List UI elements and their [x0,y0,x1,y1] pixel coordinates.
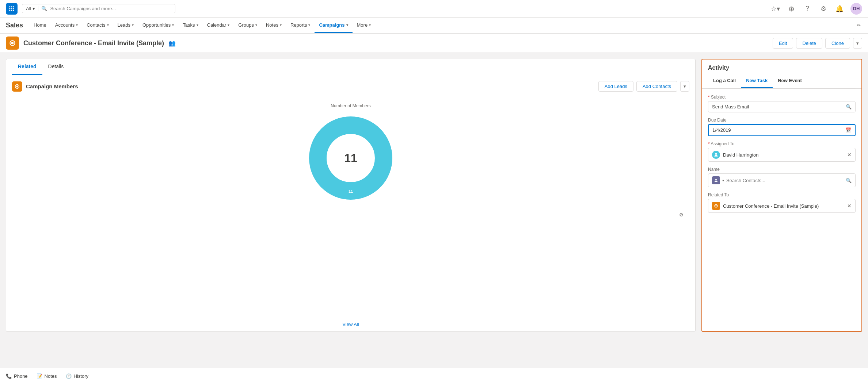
due-date-input[interactable] [712,127,845,133]
nav-label-tasks: Tasks [183,22,195,28]
utility-bar-left: All ▾ 🔍 [6,3,175,15]
campaign-members-icon [12,81,22,92]
add-contacts-button[interactable]: Add Contacts [636,81,677,92]
nav-label-groups: Groups [238,22,254,28]
chevron-calendar: ▾ [228,23,229,27]
tab-related[interactable]: Related [12,59,42,75]
svg-rect-0 [9,6,10,7]
activity-title: Activity [708,65,856,71]
nav-label-contacts: Contacts [87,22,105,28]
tab-log-call[interactable]: Log a Call [708,74,741,88]
nav-item-tasks[interactable]: Tasks▾ [178,18,202,33]
settings-icon[interactable]: ⚙ [818,4,829,14]
svg-rect-8 [13,10,14,11]
chart-area: Number of Members 11 11 [12,96,689,209]
activity-tabs: Log a Call New Task New Event [708,74,856,88]
main-content: Related Details Campaign Members Add Lea… [0,53,868,338]
nav-edit-icon[interactable]: ✏ [852,23,865,28]
assigned-to-label: * Assigned To [708,141,856,146]
page-title: Customer Conference - Email Invite (Samp… [23,39,164,47]
edit-button[interactable]: Edit [773,38,793,49]
chevron-groups: ▾ [255,23,257,27]
nav-item-leads[interactable]: Leads▾ [113,18,138,33]
clone-button[interactable]: Clone [825,38,850,49]
donut-center-value: 11 [344,151,357,165]
add-icon[interactable]: ⊕ [786,4,796,14]
nav-label-home: Home [34,22,46,28]
share-icon[interactable]: 👥 [168,40,176,47]
favorites-icon[interactable]: ☆▾ [770,4,780,14]
assigned-to-group: * Assigned To David Harrington ✕ [708,141,856,162]
svg-rect-3 [9,8,10,9]
view-all-link[interactable]: View All [6,317,695,331]
utility-bar-right: ☆▾ ⊕ ? ⚙ 🔔 DH [770,3,862,15]
svg-rect-1 [11,6,12,7]
nav-item-groups[interactable]: Groups▾ [234,18,262,33]
svg-point-16 [715,179,717,180]
related-to-group: Related To Customer Conference - Email I… [708,192,856,213]
svg-rect-6 [9,10,10,11]
gear-icon[interactable]: ⚙ [679,212,684,218]
name-search-field: ▾ 🔍 [708,173,856,187]
app-launcher[interactable] [6,3,18,15]
name-search-icon[interactable]: 🔍 [846,178,852,183]
svg-rect-5 [13,8,14,9]
nav-item-more[interactable]: More▾ [353,18,376,33]
search-icon: 🔍 [41,6,47,11]
campaign-members-header: Campaign Members Add Leads Add Contacts … [12,81,689,92]
related-to-entity-icon [712,202,720,210]
svg-point-12 [16,85,18,87]
add-leads-button[interactable]: Add Leads [598,81,633,92]
campaign-members-dropdown[interactable]: ▾ [680,81,689,92]
nav-label-accounts: Accounts [55,22,75,28]
search-dropdown[interactable]: All ▾ [26,6,38,11]
nav-item-contacts[interactable]: Contacts▾ [82,18,113,33]
name-label: Name [708,167,856,172]
subject-search-icon[interactable]: 🔍 [846,104,852,110]
search-dropdown-label: All [26,6,31,11]
calendar-icon[interactable]: 📅 [845,127,851,133]
bell-icon[interactable]: 🔔 [834,4,845,14]
tab-new-task[interactable]: New Task [741,74,773,88]
nav-item-calendar[interactable]: Calendar▾ [203,18,234,33]
assigned-to-avatar [712,151,720,159]
nav-item-opportunities[interactable]: Opportunities▾ [138,18,178,33]
name-search-input[interactable] [726,178,844,183]
related-to-clear[interactable]: ✕ [847,203,852,209]
chevron-reports: ▾ [308,23,310,27]
nav-item-home[interactable]: Home [29,18,51,33]
name-field-dropdown[interactable]: ▾ [722,178,724,183]
nav-label-notes: Notes [266,22,278,28]
nav-item-accounts[interactable]: Accounts▾ [51,18,82,33]
related-to-value: Customer Conference - Email Invite (Samp… [723,203,844,209]
name-group: Name ▾ 🔍 [708,167,856,187]
search-input[interactable] [50,6,171,11]
svg-point-18 [715,205,717,207]
assigned-to-name: David Harrington [723,152,844,158]
assigned-to-clear[interactable]: ✕ [847,152,852,158]
page-header: Customer Conference - Email Invite (Samp… [0,34,868,53]
svg-rect-2 [13,6,14,7]
tab-details[interactable]: Details [42,59,70,75]
search-bar[interactable]: All ▾ 🔍 [22,4,175,13]
nav-label-more: More [357,22,368,28]
nav-label-campaigns: Campaigns [319,22,344,28]
tab-new-event[interactable]: New Event [773,74,807,88]
avatar[interactable]: DH [850,3,862,15]
chevron-notes: ▾ [280,23,282,27]
chevron-leads: ▾ [132,23,134,27]
help-icon[interactable]: ? [802,4,812,14]
chevron-contacts: ▾ [107,23,109,27]
utility-bar: All ▾ 🔍 ☆▾ ⊕ ? ⚙ 🔔 DH [0,0,868,18]
nav-item-campaigns[interactable]: Campaigns▾ [315,18,352,33]
campaign-members-actions: Add Leads Add Contacts ▾ [598,81,689,92]
svg-point-15 [715,153,717,155]
nav-item-reports[interactable]: Reports▾ [286,18,315,33]
nav-item-notes[interactable]: Notes▾ [262,18,286,33]
due-date-input-wrapper: 📅 [708,124,856,136]
nav-items: Home Accounts▾ Contacts▾ Leads▾ Opportun… [29,18,375,33]
due-date-label: Due Date [708,118,856,123]
delete-button[interactable]: Delete [796,38,822,49]
actions-dropdown[interactable]: ▾ [853,38,862,49]
left-panel-tabs: Related Details [6,59,695,75]
